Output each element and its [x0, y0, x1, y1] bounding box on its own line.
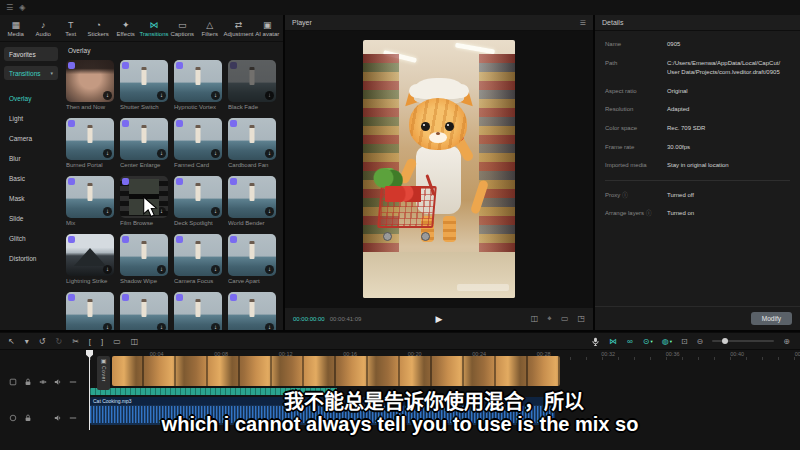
- menu-icon[interactable]: ☰: [6, 3, 13, 12]
- sidebar-item-light[interactable]: Light: [0, 108, 62, 128]
- snapping-toggle[interactable]: ⋈: [609, 337, 618, 346]
- transition-thumbnail[interactable]: ↓: [66, 176, 114, 218]
- transition-thumbnail[interactable]: ↓: [228, 234, 276, 276]
- tab-ai-avatar[interactable]: ▣ AI avatar: [254, 20, 281, 37]
- transition-thumbnail[interactable]: ↓: [174, 234, 222, 276]
- sidebar-item-glitch[interactable]: Glitch: [0, 228, 62, 248]
- hide-track-icon[interactable]: [39, 378, 47, 386]
- auto-ripple-toggle[interactable]: ◍▾: [662, 337, 672, 346]
- transition-thumbnail[interactable]: ↓: [174, 118, 222, 160]
- undo-button[interactable]: ↺: [39, 337, 46, 346]
- transition-thumbnail[interactable]: ↓: [174, 292, 222, 330]
- transition-thumbnail[interactable]: ↓: [174, 176, 222, 218]
- transition-item[interactable]: ↓ Shadow Wipe: [120, 234, 168, 284]
- transition-item[interactable]: ↓ Mix: [66, 176, 114, 226]
- sidebar-item-blur[interactable]: Blur: [0, 148, 62, 168]
- linking-toggle[interactable]: ∞: [627, 337, 634, 346]
- sidebar-item-basic[interactable]: Basic: [0, 168, 62, 188]
- transition-thumbnail[interactable]: ↓: [228, 118, 276, 160]
- transition-thumbnail[interactable]: ↓: [120, 60, 168, 102]
- frame-icon[interactable]: ◫: [531, 314, 539, 324]
- transition-item[interactable]: ↓: [66, 292, 114, 330]
- transition-item[interactable]: ↓: [174, 292, 222, 330]
- transition-thumbnail[interactable]: ↓: [66, 292, 114, 330]
- transition-item[interactable]: ↓ Center Enlarge: [120, 118, 168, 168]
- transition-thumbnail[interactable]: ↓: [120, 292, 168, 330]
- transition-item[interactable]: ↓ Hypnotic Vortex: [174, 60, 222, 110]
- delete-left-button[interactable]: [: [89, 337, 91, 346]
- cover-button[interactable]: ▣ Cover: [97, 356, 110, 390]
- mute-icon[interactable]: [54, 414, 62, 422]
- sidebar-item-mask[interactable]: Mask: [0, 188, 62, 208]
- transition-thumbnail[interactable]: ↓: [66, 60, 114, 102]
- transition-item[interactable]: ↓ Black Fade: [228, 60, 276, 110]
- tab-audio[interactable]: ♪ Audio: [29, 20, 56, 37]
- zoom-slider-knob[interactable]: [722, 338, 728, 344]
- transition-thumbnail[interactable]: ↓: [228, 60, 276, 102]
- transition-item[interactable]: ↓ World Bender: [228, 176, 276, 226]
- record-voiceover-icon[interactable]: [591, 337, 600, 346]
- tab-effects[interactable]: ✦ Effects: [112, 20, 139, 37]
- select-tool[interactable]: ↖: [8, 337, 15, 346]
- transition-item[interactable]: ↓ Burned Portal: [66, 118, 114, 168]
- preview-axis-toggle[interactable]: ⊙▾: [643, 337, 653, 346]
- playhead-line[interactable]: [89, 350, 90, 430]
- favorites-button[interactable]: Favorites: [4, 47, 58, 61]
- transition-item[interactable]: ↓ Shutter Switch: [120, 60, 168, 110]
- zoom-in-icon[interactable]: ⊕: [783, 337, 790, 346]
- split-button[interactable]: ✂: [72, 337, 79, 346]
- tab-captions[interactable]: ▭ Captions: [169, 20, 196, 37]
- sidebar-item-distortion[interactable]: Distortion: [0, 248, 62, 268]
- transition-item[interactable]: ↓ Fanned Card: [174, 118, 222, 168]
- toolbar-item-label: Text: [65, 31, 76, 37]
- lock-icon[interactable]: [24, 378, 32, 386]
- freeze-button[interactable]: ◫: [131, 337, 139, 346]
- cart-wheel: [421, 232, 430, 241]
- tab-media[interactable]: ▦ Media: [2, 20, 29, 37]
- video-clip[interactable]: [112, 356, 560, 386]
- mute-icon[interactable]: [54, 378, 62, 386]
- tab-filters[interactable]: △ Filters: [196, 20, 223, 37]
- transition-thumbnail[interactable]: ↓: [120, 118, 168, 160]
- sidebar-item-camera[interactable]: Camera: [0, 128, 62, 148]
- player-video-preview[interactable]: [363, 40, 515, 298]
- tab-adjustment[interactable]: ⇄ Adjustment: [224, 20, 254, 37]
- tab-text[interactable]: T Text: [57, 20, 84, 37]
- sidebar-item-slide[interactable]: Slide: [0, 208, 62, 228]
- player-menu-icon[interactable]: ☰: [580, 19, 586, 27]
- transition-item[interactable]: ↓ Cardboard Fan: [228, 118, 276, 168]
- tab-transitions[interactable]: ⋈ Transitions: [139, 20, 168, 37]
- transition-thumbnail[interactable]: ↓: [228, 292, 276, 330]
- transition-thumbnail[interactable]: ↓: [120, 234, 168, 276]
- focus-icon[interactable]: ⌖: [547, 314, 552, 324]
- sidebar-item-overlay[interactable]: Overlay: [0, 88, 62, 108]
- play-button[interactable]: ▶: [436, 314, 443, 324]
- transition-item[interactable]: ↓ Camera Focus: [174, 234, 222, 284]
- transition-thumbnail[interactable]: ↓: [174, 60, 222, 102]
- screen-icon[interactable]: ⊡: [681, 337, 688, 346]
- transition-item[interactable]: ↓ Deck Spotlight: [174, 176, 222, 226]
- transition-item[interactable]: ↓: [120, 292, 168, 330]
- transition-item[interactable]: ↓ Lightning Strike: [66, 234, 114, 284]
- redo-button[interactable]: ↻: [55, 337, 62, 346]
- ratio-icon[interactable]: ▭: [561, 314, 569, 324]
- minus-icon: [69, 414, 77, 422]
- transition-thumbnail[interactable]: ↓: [66, 234, 114, 276]
- modify-button[interactable]: Modify: [751, 312, 792, 325]
- category-dropdown[interactable]: Transitions ▾: [4, 66, 58, 80]
- transition-thumbnail[interactable]: ↓: [66, 118, 114, 160]
- tab-stickers[interactable]: ◔ Stickers: [84, 20, 111, 37]
- details-row: Name 0905: [605, 40, 790, 50]
- delete-right-button[interactable]: ]: [101, 337, 103, 346]
- timeline-zoom-slider[interactable]: [712, 340, 774, 342]
- transition-item[interactable]: ↓ Carve Apart: [228, 234, 276, 284]
- select-tool-caret[interactable]: ▾: [25, 337, 29, 346]
- transition-item[interactable]: ↓ Then and Now: [66, 60, 114, 110]
- lock-icon[interactable]: [24, 414, 32, 422]
- fullscreen-icon[interactable]: ◳: [577, 314, 585, 324]
- transition-item[interactable]: ↓: [228, 292, 276, 330]
- transition-thumbnail[interactable]: ↓: [228, 176, 276, 218]
- transition-label: Carve Apart: [228, 278, 276, 284]
- zoom-out-icon[interactable]: ⊖: [697, 337, 704, 346]
- delete-button[interactable]: ▭: [113, 337, 121, 346]
